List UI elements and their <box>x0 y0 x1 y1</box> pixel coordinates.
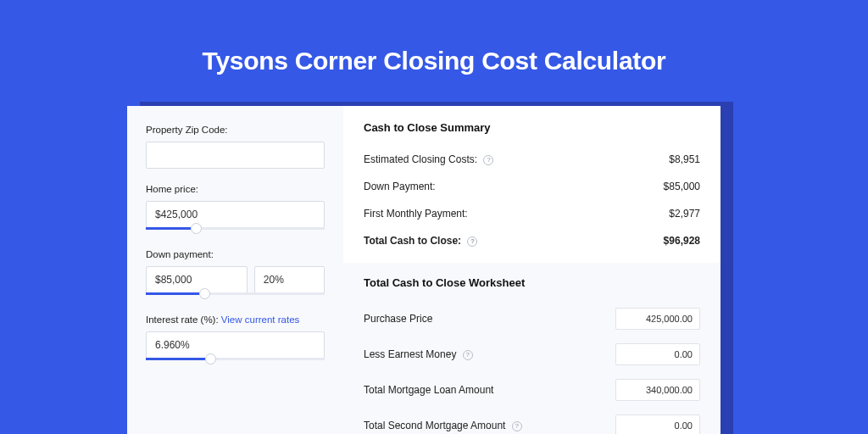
summary-row-down-payment: Down Payment: $85,000 <box>364 173 700 200</box>
summary-row-closing-costs: Estimated Closing Costs: ? $8,951 <box>364 146 700 173</box>
worksheet-row-earnest-money: Less Earnest Money ? <box>364 337 700 372</box>
page-title: Tysons Corner Closing Cost Calculator <box>0 0 868 75</box>
summary-value: $2,977 <box>669 208 700 220</box>
zip-input[interactable] <box>146 142 325 169</box>
slider-track-fill <box>146 292 199 295</box>
summary-value: $85,000 <box>664 181 700 192</box>
help-icon[interactable]: ? <box>463 350 473 360</box>
down-payment-input[interactable] <box>146 266 248 293</box>
summary-value: $8,951 <box>669 153 700 165</box>
worksheet-input-purchase-price[interactable] <box>615 308 700 330</box>
summary-total-label: Total Cash to Close: <box>364 235 461 247</box>
worksheet-label: Total Mortgage Loan Amount <box>364 384 493 396</box>
results-panel: Cash to Close Summary Estimated Closing … <box>343 106 721 434</box>
worksheet-panel: Total Cash to Close Worksheet Purchase P… <box>343 263 721 434</box>
interest-rate-field: Interest rate (%): View current rates <box>146 314 325 364</box>
worksheet-label: Total Second Mortgage Amount <box>364 420 505 431</box>
inputs-panel: Property Zip Code: Home price: Down paym… <box>127 106 343 434</box>
slider-thumb[interactable] <box>191 223 202 234</box>
down-payment-field: Down payment: <box>146 249 325 299</box>
worksheet-title: Total Cash to Close Worksheet <box>364 276 700 289</box>
worksheet-row-second-mortgage: Total Second Mortgage Amount ? <box>364 408 700 434</box>
zip-label: Property Zip Code: <box>146 125 325 135</box>
worksheet-label: Less Earnest Money <box>364 348 456 360</box>
slider-track-fill <box>146 358 205 360</box>
worksheet-input-mortgage-amount[interactable] <box>615 379 700 401</box>
down-payment-label: Down payment: <box>146 249 325 259</box>
summary-row-first-monthly: First Monthly Payment: $2,977 <box>364 200 700 227</box>
slider-track-fill <box>146 227 191 230</box>
help-icon[interactable]: ? <box>512 421 522 431</box>
home-price-input[interactable] <box>146 201 325 228</box>
zip-field: Property Zip Code: <box>146 125 325 169</box>
interest-rate-slider[interactable] <box>146 358 325 364</box>
summary-label: Down Payment: <box>364 181 436 192</box>
view-rates-link[interactable]: View current rates <box>221 314 299 325</box>
down-payment-percent-input[interactable] <box>254 266 325 293</box>
summary-label: First Monthly Payment: <box>364 208 468 220</box>
calculator-card: Property Zip Code: Home price: Down paym… <box>127 106 721 434</box>
summary-label: Estimated Closing Costs: <box>364 153 477 165</box>
home-price-field: Home price: <box>146 184 325 234</box>
worksheet-row-mortgage-amount: Total Mortgage Loan Amount <box>364 372 700 408</box>
worksheet-input-second-mortgage[interactable] <box>615 415 700 434</box>
home-price-label: Home price: <box>146 184 325 194</box>
summary-title: Cash to Close Summary <box>364 121 700 134</box>
help-icon[interactable]: ? <box>467 236 477 247</box>
interest-rate-label-text: Interest rate (%): <box>146 314 221 325</box>
interest-rate-input[interactable] <box>146 331 325 359</box>
slider-thumb[interactable] <box>205 353 216 364</box>
worksheet-input-earnest-money[interactable] <box>615 343 700 365</box>
summary-total-value: $96,928 <box>664 235 700 247</box>
summary-row-total: Total Cash to Close: ? $96,928 <box>364 227 700 254</box>
slider-thumb[interactable] <box>199 288 210 299</box>
help-icon[interactable]: ? <box>483 155 493 165</box>
worksheet-label: Purchase Price <box>364 313 432 325</box>
interest-rate-label: Interest rate (%): View current rates <box>146 314 325 325</box>
down-payment-slider[interactable] <box>146 292 325 299</box>
home-price-slider[interactable] <box>146 227 325 234</box>
worksheet-row-purchase-price: Purchase Price <box>364 301 700 337</box>
